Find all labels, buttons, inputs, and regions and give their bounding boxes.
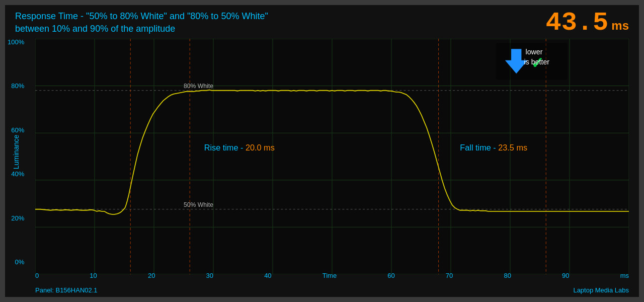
panel-label: Panel: B156HAN02.1 <box>35 286 98 294</box>
x-label-0: 0 <box>35 272 39 279</box>
x-label-90: 90 <box>562 272 569 279</box>
chart-title: Response Time - "50% to 80% White" and "… <box>15 10 268 35</box>
y-label-60: 60% <box>11 127 24 133</box>
x-label-ms: ms <box>620 272 629 279</box>
svg-text:50% White: 50% White <box>184 201 213 208</box>
svg-text:Rise time -
         20.0 ms: Rise time - 20.0 ms <box>204 143 275 152</box>
value-unit: ms <box>611 19 629 33</box>
chart-container: Response Time - "50% to 80% White" and "… <box>5 5 639 297</box>
x-label-30: 30 <box>206 272 213 279</box>
y-label-100: 100% <box>8 39 24 45</box>
x-label-40: 40 <box>264 272 271 279</box>
y-label-0: 0% <box>15 259 24 265</box>
y-axis-title: Luminance <box>12 135 20 170</box>
x-label-60: 60 <box>387 272 394 279</box>
total-value: 43.5 <box>545 10 608 36</box>
value-display: 43.5 ms <box>545 10 629 36</box>
footer-area: Panel: B156HAN02.1 Laptop Media Labs <box>5 285 639 297</box>
x-labels: 0 10 20 30 40 Time 60 70 80 90 ms <box>35 272 629 279</box>
svg-text:Fall time -
         23.5 ms: Fall time - 23.5 ms <box>460 143 527 152</box>
x-label-70: 70 <box>446 272 453 279</box>
plot-area: 100% 80% 60% 40% 20% 0% Luminance <box>35 39 629 265</box>
svg-text:is better: is better <box>524 58 549 66</box>
y-label-40: 40% <box>11 171 24 177</box>
svg-text:80% White: 80% White <box>184 83 213 90</box>
y-label-80: 80% <box>11 83 24 89</box>
svg-text:lower: lower <box>526 48 543 56</box>
x-label-80: 80 <box>504 272 511 279</box>
brand-label: Laptop Media Labs <box>573 286 629 294</box>
x-label-time: Time <box>323 272 337 279</box>
x-label-20: 20 <box>148 272 155 279</box>
y-label-20: 20% <box>11 215 24 221</box>
chart-svg: Rise time - 20.0 ms Fall time - 23.5 ms … <box>35 39 629 274</box>
x-label-10: 10 <box>90 272 97 279</box>
header-area: Response Time - "50% to 80% White" and "… <box>5 5 639 39</box>
